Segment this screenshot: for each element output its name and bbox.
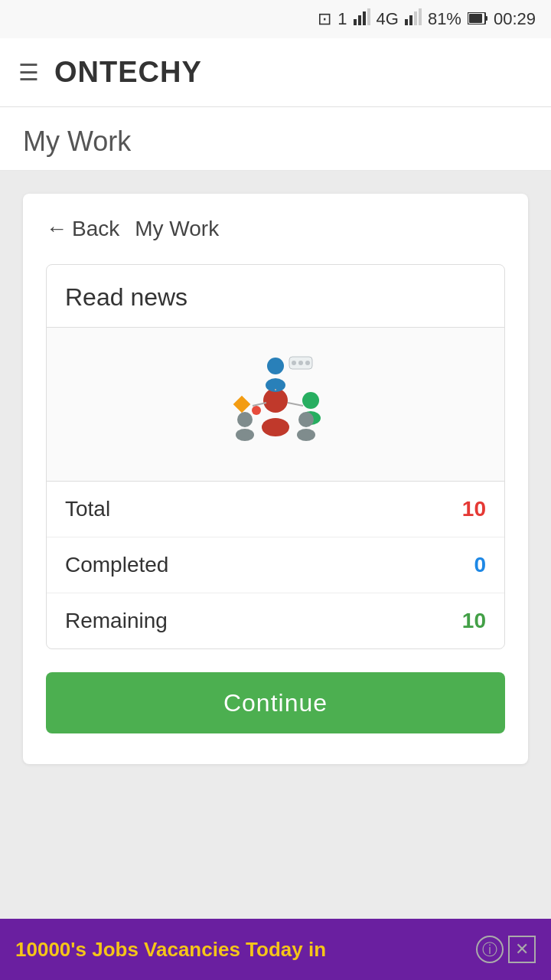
stats-row-remaining: Remaining 10 <box>47 593 504 648</box>
stats-value-total: 10 <box>462 497 486 521</box>
back-navigation: ← Back My Work <box>46 217 505 241</box>
stats-label-total: Total <box>65 497 110 521</box>
network-4g-label: 4G <box>377 9 399 29</box>
stats-row-completed: Completed 0 <box>47 537 504 593</box>
svg-rect-15 <box>233 396 251 413</box>
task-illustration-container <box>47 328 504 482</box>
svg-rect-9 <box>485 16 487 21</box>
svg-point-26 <box>252 406 261 415</box>
stats-value-remaining: 10 <box>462 609 486 633</box>
page-title: My Work <box>23 126 131 157</box>
cast-icon: ⊡ <box>318 9 331 29</box>
svg-point-20 <box>298 412 314 427</box>
main-card: ← Back My Work Read news <box>23 194 528 764</box>
svg-rect-2 <box>363 11 366 25</box>
battery-percent: 81% <box>428 9 461 29</box>
task-title: Read news <box>65 283 187 311</box>
svg-point-19 <box>236 429 254 441</box>
app-title: ONTECHY <box>54 56 202 89</box>
team-illustration-icon <box>214 351 337 458</box>
svg-rect-6 <box>414 11 417 25</box>
continue-button[interactable]: Continue <box>46 672 505 733</box>
task-card: Read news <box>46 264 505 649</box>
task-card-header: Read news <box>47 265 504 328</box>
signal-icon <box>405 8 422 30</box>
back-button[interactable]: ← Back <box>46 217 119 241</box>
time-display: 00:29 <box>494 9 536 29</box>
svg-point-21 <box>297 429 315 441</box>
back-arrow-icon: ← <box>46 217 67 241</box>
svg-line-29 <box>288 403 303 406</box>
svg-point-13 <box>267 358 284 374</box>
svg-rect-7 <box>419 8 422 25</box>
svg-rect-0 <box>354 19 357 25</box>
svg-rect-3 <box>367 8 370 25</box>
ad-text: 10000's Jobs Vacancies Today in <box>15 938 326 962</box>
status-bar: ⊡ 1 4G 81% 00:29 <box>0 0 551 38</box>
svg-point-18 <box>237 412 253 427</box>
back-label[interactable]: Back <box>72 217 119 241</box>
page-header: My Work <box>0 107 551 171</box>
stats-label-remaining: Remaining <box>65 609 168 633</box>
svg-rect-5 <box>409 15 412 25</box>
svg-rect-1 <box>358 15 361 25</box>
ad-close-group: ⓘ ✕ <box>476 936 536 963</box>
ad-close-button[interactable]: ✕ <box>508 936 536 963</box>
svg-point-12 <box>262 418 289 436</box>
signal-bars-icon <box>354 8 370 30</box>
menu-hamburger-icon[interactable]: ☰ <box>18 59 39 86</box>
stats-label-completed: Completed <box>65 553 168 577</box>
sim-icon: 1 <box>337 9 347 29</box>
stats-value-completed: 0 <box>474 553 486 577</box>
svg-rect-4 <box>405 19 408 25</box>
top-navigation: ☰ ONTECHY <box>0 38 551 107</box>
svg-point-16 <box>302 392 319 409</box>
svg-point-24 <box>298 361 303 365</box>
ad-banner: 10000's Jobs Vacancies Today in ⓘ ✕ <box>0 919 551 980</box>
main-content: ← Back My Work Read news <box>0 171 551 936</box>
svg-point-25 <box>305 361 310 365</box>
stats-table: Total 10 Completed 0 Remaining 10 <box>47 482 504 648</box>
breadcrumb-current: My Work <box>135 217 219 241</box>
svg-point-23 <box>292 361 296 365</box>
svg-rect-10 <box>469 14 482 23</box>
stats-row-total: Total 10 <box>47 482 504 537</box>
ad-info-button[interactable]: ⓘ <box>476 936 504 963</box>
battery-icon <box>468 9 487 29</box>
